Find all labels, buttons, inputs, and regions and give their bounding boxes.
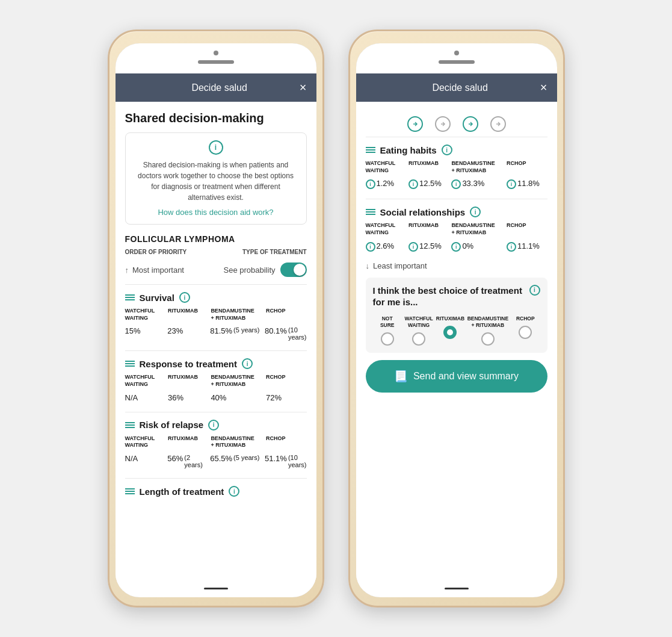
type-label: TYPE OF TREATMENT [242,249,306,255]
priority-row-1: ORDER OF PRIORITY TYPE OF TREATMENT [125,249,307,255]
social-col-2: BENDAMUSTINE+ RITUXIMAB [451,222,504,236]
response-values: N/A 36% 40% 72% [125,391,307,402]
social-info-icon[interactable]: i [470,207,481,217]
drag-line-s1 [366,209,375,210]
radio-bendamustine: BENDAMUSTINE+ RITUXIMAB [467,315,508,346]
eating-val-icon-3[interactable]: i [507,179,516,189]
scroll-1[interactable]: Shared decision-making i Shared decision… [116,102,316,589]
response-val-0: N/A [125,391,165,402]
survival-info-icon[interactable]: i [179,292,190,303]
close-button-1[interactable]: × [300,81,307,95]
radio-btn-1[interactable] [412,332,425,346]
relapse-col-2: BENDAMUSTINE+ RITUXIMAB [211,435,264,449]
social-val-2: i 0% [451,239,504,252]
eating-val-icon-1[interactable]: i [408,179,418,189]
app-content-2: Eating habits i WATCHFULWAITING RITUXIMA… [356,102,557,589]
eating-val-icon-0[interactable]: i [366,179,375,189]
social-cols: WATCHFULWAITING RITUXIMAB BENDAMUSTINE+ … [366,222,547,236]
survival-col-1: RITUXIMAB [168,308,208,322]
doc-icon: 📃 [394,370,407,383]
survival-col-3: RCHOP [266,308,306,322]
scroll-2[interactable]: Eating habits i WATCHFULWAITING RITUXIMA… [356,102,557,589]
scroll-dot-1 [407,116,423,132]
response-val-1: 36% [168,391,208,402]
radio-btn-0[interactable] [381,332,394,346]
eating-col-3: RCHOP [507,160,547,174]
drag-icon-eating[interactable] [366,147,375,153]
probability-toggle[interactable] [280,263,307,277]
info-box-1: i Shared decision-making is when patient… [125,132,307,225]
survival-header: Survival i [125,292,307,303]
drag-line-9 [125,427,135,428]
drag-icon-relapse[interactable] [125,422,135,428]
eating-name: Eating habits [380,145,437,155]
eating-header: Eating habits i [366,144,547,155]
app-title-2: Decide salud [432,82,488,93]
length-info-icon[interactable]: i [229,486,239,497]
eating-info-icon[interactable]: i [442,144,452,155]
response-info-icon[interactable]: i [242,358,253,369]
social-val-icon-2[interactable]: i [451,242,461,252]
social-header: Social relationships i [366,207,547,217]
category-eating: Eating habits i WATCHFULWAITING RITUXIMA… [366,137,547,189]
radio-watchful: WATCHFULWAITING [404,315,433,346]
order-label-text: ORDER OF PRIORITY [125,249,187,255]
send-summary-button[interactable]: 📃 Send and view summary [366,360,547,393]
social-name: Social relationships [380,207,466,217]
eating-val-icon-2[interactable]: i [451,179,461,189]
social-val-1: i 12.5% [408,239,449,252]
most-important-text: Most important [132,266,184,275]
social-val-icon-0[interactable]: i [366,242,375,252]
relapse-val-2: 65.5%(5 years) [210,452,262,468]
relapse-header: Risk of relapse i [125,420,307,430]
social-val-icon-3[interactable]: i [507,242,516,252]
choice-title: I think the best choice of treatment for… [373,285,525,308]
choice-section: I think the best choice of treatment for… [366,278,547,353]
drag-icon-survival[interactable] [125,294,135,300]
phone-2-bottom [356,589,557,597]
radio-rituximab: RITUXIMAB [436,315,464,346]
relapse-col-3: RCHOP [266,435,306,449]
drag-line-8 [125,424,135,426]
camera-dot [214,51,218,55]
main-title-1: Shared decision-making [125,111,307,125]
choice-info-icon[interactable]: i [529,285,540,296]
scroll-dot-2 [435,116,451,132]
drag-icon-social[interactable] [366,209,375,215]
phone-1-bottom [116,589,316,597]
social-val-icon-1[interactable]: i [408,242,418,252]
response-val-3: 72% [266,391,306,402]
drag-icon-length[interactable] [125,488,135,494]
radio-btn-3[interactable] [481,332,495,346]
survival-val-0: 15% [125,324,165,341]
most-important-row: ↑ Most important See probability [125,263,307,277]
radio-btn-2[interactable] [443,326,457,339]
phone-1-top [116,43,316,73]
relapse-info-icon[interactable]: i [208,420,219,430]
drag-line-3 [125,299,135,300]
length-header: Length of treatment i [125,486,307,497]
radio-btn-4[interactable] [519,326,532,339]
relapse-name: Risk of relapse [140,420,204,430]
see-probability-text: See probability [224,266,276,275]
toggle-row: See probability [224,263,307,277]
drag-icon-response[interactable] [125,361,135,367]
info-link-1[interactable]: How does this decision aid work? [133,208,299,217]
order-label: ORDER OF PRIORITY [125,249,187,255]
close-button-2[interactable]: × [540,81,547,95]
radio-label-2: RITUXIMAB [436,315,464,322]
scroll-dot-4 [490,116,506,132]
section-title-1: FOLLICULAR LYMPHOMA [125,234,307,244]
send-button-label: Send and view summary [413,371,519,382]
radio-options: NOTSURE WATCHFULWAITING RITUXIMAB [373,315,540,346]
radio-rchop: RCHOP [511,315,540,346]
response-header: Response to treatment i [125,358,307,369]
type-label-text: TYPE OF TREATMENT [242,249,306,255]
radio-label-1: WATCHFULWAITING [405,315,433,329]
eating-val-0: i 1.2% [366,176,406,189]
home-line-2 [445,588,469,589]
response-col-0: WATCHFULWAITING [125,374,165,388]
camera-row [198,60,234,64]
eating-val-3: i 11.8% [507,176,547,189]
app-header-2: Decide salud × [356,73,557,102]
